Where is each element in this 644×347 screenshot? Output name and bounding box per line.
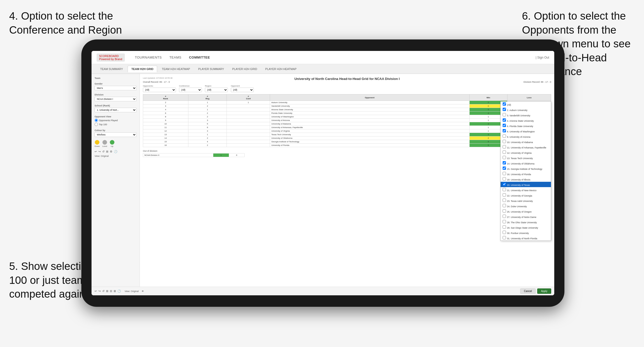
logo: 5COREBOARD Powered by Brand [97,53,125,62]
sidebar-school-label: School (Rank) [95,104,137,107]
plus-btn[interactable]: ⊞ [114,289,116,293]
cell-conf: 1 [227,101,270,104]
legend-down-dot [95,140,99,145]
dropdown-item[interactable]: 18. University of Illinois [501,176,551,182]
dropdown-item[interactable]: 15. Georgia Institute of Technology [501,166,551,171]
cell-opponent: Auburn University [270,101,470,104]
dropdown-item[interactable]: 30. Purdue University [501,230,551,235]
cell-conf [227,140,270,144]
legend-row: Down Level Up [95,140,137,147]
table-row: 4 1 Arizona State University 5 1 [143,108,551,112]
redo-icon[interactable]: ↪ [98,150,101,153]
copy-icon[interactable]: ⊞ [106,150,108,153]
copy-btn[interactable]: ⊞ [106,289,108,293]
cell-rank: 12 [143,129,188,133]
nav-sign-out[interactable]: | Sign Out [536,56,549,59]
sidebar-team-section: Team [95,77,137,79]
tab-team-h2h-heatmap[interactable]: TEAM H2H HEATMAP [158,66,193,72]
filter-conference-label: Conference [179,85,202,87]
tab-player-summary[interactable]: PLAYER SUMMARY [194,66,228,72]
table-row: 13 1 Texas Tech University 3 0 [143,133,551,136]
dropdown-item[interactable]: 28. The Ohio State University [501,219,551,225]
nav-tournaments[interactable]: TOURNAMENTS [135,55,162,59]
legend-up-dot [110,140,114,145]
tab-player-h2h-heatmap[interactable]: PLAYER H2H HEATMAP [262,66,300,72]
clock-btn[interactable]: 🕐 [117,289,121,293]
cell-opponent: University of Oklahoma [270,136,470,140]
filter-opponent-select[interactable]: (All) [231,88,254,92]
dropdown-item[interactable]: 20. University of Texas [501,182,551,187]
dropdown-item[interactable]: 8. University of Washington [501,128,551,134]
dropdown-item[interactable]: 23. Texas A&M University [501,198,551,203]
tab-player-h2h-grid[interactable]: PLAYER H2H GRID [229,66,261,72]
tab-team-h2h-grid[interactable]: TEAM H2H GRID [128,66,157,72]
undo-btn[interactable]: ↩ [95,289,97,293]
minus-btn[interactable]: ⊟ [110,289,112,293]
sidebar-school-select[interactable]: 1. University of Nort... [95,108,137,112]
cell-opponent: University of Florida [270,144,470,147]
filter-opponent-group: Opponent (All) [231,85,254,92]
dropdown-item[interactable]: 2. Auburn University [501,107,551,112]
dropdown-item[interactable]: 31. University of North Florida [501,235,551,241]
dropdown-item[interactable]: 21. University of New Mexico [501,187,551,192]
reset-icon[interactable]: ↺ [102,150,104,153]
filter-conference-select[interactable]: (All) [179,88,202,92]
out-of-division: Out of division NCAA Division II 1 0 [143,150,551,157]
cell-conf [227,129,270,133]
dropdown-item[interactable]: 3. Vanderbilt University [501,112,551,118]
settings-icon[interactable]: ⚙ [110,150,112,153]
sidebar-colour-select[interactable]: Win/loss [95,132,137,137]
dropdown-item[interactable]: 22. University of Georgia [501,192,551,198]
reset-btn[interactable]: ↺ [102,289,104,293]
cell-conf [227,144,270,147]
apply-button[interactable]: Apply [537,288,551,294]
clock-icon[interactable]: 🕐 [114,150,117,153]
redo-btn[interactable]: ↪ [98,289,101,293]
dropdown-item[interactable]: 25. University of Oregon [501,209,551,214]
cell-opponent: University of Arizona [270,119,470,122]
legend-up: Up [110,140,114,147]
filter-opponents-label: Opponents: [143,85,176,87]
legend-up-label: Up [111,145,113,147]
dropdown-item[interactable]: (All) [501,102,551,107]
dropdown-item[interactable]: 12. University of Virginia [501,150,551,155]
main-content: Team Gender Men's Division NCAA Division… [92,74,554,287]
dropdown-item[interactable]: 6. Florida State University [501,123,551,128]
cell-rank: 8 [143,115,188,119]
table-row: NCAA Division II 1 0 [143,154,245,157]
table-row: 15 4 Georgia Institute of Technology 5 1 [143,140,551,144]
dropdown-item[interactable]: 29. San Diego State University [501,225,551,230]
dropdown-item[interactable]: 11. University of Arkansas, Fayetteville [501,144,551,150]
opponent-dropdown[interactable]: (All)2. Auburn University3. Vanderbilt U… [500,101,551,241]
filter-region-select[interactable]: (All) [205,88,228,92]
dropdown-item[interactable]: 27. University of Notre Dame [501,214,551,219]
legend-down-label: Down [95,145,100,147]
dropdown-item[interactable]: 9. University of Arizona [501,134,551,139]
sidebar-radio-group: Opponents Played Top 100 [95,119,137,126]
dropdown-item[interactable]: 10. University of Alabama [501,139,551,144]
nav-committee[interactable]: COMMITTEE [189,55,210,59]
dropdown-item[interactable]: 24. Duke University [501,203,551,209]
overall-record: Overall Record: 89 - 17 - 0 [143,81,170,83]
col-conf: #Conf [227,94,270,101]
dropdown-item[interactable]: 4. Arizona State University [501,118,551,123]
cancel-button[interactable]: Cancel [520,288,536,294]
radio-opponents-played[interactable]: Opponents Played [95,119,137,122]
tab-team-summary[interactable]: TEAM SUMMARY [97,66,127,72]
dropdown-item[interactable]: 16. University of Florida [501,171,551,176]
undo-icon[interactable]: ↩ [95,150,97,153]
cell-rank: 16 [143,144,188,147]
dropdown-item[interactable]: 14. University of Oklahoma [501,160,551,166]
grid-area: Last Updated: 4/7/2024 16:55:38 Universi… [140,74,554,287]
table-row: 3 2 Vanderbilt University 0 4 [143,104,551,108]
cell-opponent: University of Virginia [270,129,470,133]
dropdown-item[interactable]: 13. Texas Tech University [501,155,551,160]
filter-opponents-select[interactable]: (All) [143,88,176,92]
radio-top100[interactable]: Top 100 [95,123,137,126]
sidebar-division-select[interactable]: NCAA Division I [95,97,137,101]
sidebar-gender-label: Gender [95,82,137,85]
sidebar-gender-select[interactable]: Men's [95,86,137,90]
nav-teams[interactable]: TEAMS [169,55,181,59]
cell-conf [227,126,270,129]
nav-items: TOURNAMENTS TEAMS COMMITTEE [135,55,210,59]
